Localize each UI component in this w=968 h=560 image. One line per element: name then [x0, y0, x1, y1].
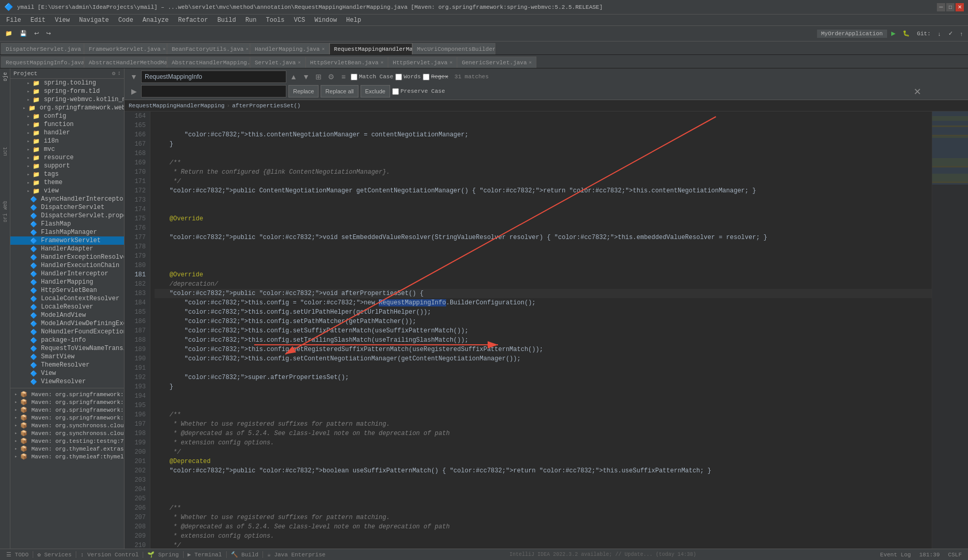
tree-item-smartview[interactable]: 🔷SmartView — [10, 353, 124, 361]
tree-item-localeresolver[interactable]: 🔷LocaleResolver — [10, 303, 124, 311]
maven-item[interactable]: ▸📦Maven: org.springframework:spring-webm… — [10, 414, 124, 422]
regex-label[interactable]: Regex — [423, 74, 448, 80]
menu-view[interactable]: View — [51, 16, 74, 25]
preserve-case-label[interactable]: Preserve Case — [392, 88, 445, 95]
replace-button[interactable]: Replace — [288, 85, 319, 97]
tree-item-org.springframework.web.servlet[interactable]: ▸📁org.springframework.web.servlet — [10, 104, 124, 112]
find-close-x-button[interactable]: ✕ — [914, 86, 921, 97]
menu-help[interactable]: Help — [342, 16, 365, 25]
breadcrumb-method[interactable]: afterPropertiesSet() — [232, 103, 300, 109]
maven-item[interactable]: ▸📦Maven: org.springframework:spring-webm… — [10, 398, 124, 406]
tree-item-dispatcherservlet.properties[interactable]: 🔷DispatcherServlet.properties — [10, 212, 124, 220]
tree-item-handlerexecutionchain[interactable]: 🔷HandlerExecutionChain — [10, 261, 124, 270]
tree-item-asynchandlerinterceptor[interactable]: 🔷AsyncHandlerInterceptor — [10, 195, 124, 203]
tree-item-flashmapmanager[interactable]: 🔷FlashMapManager — [10, 228, 124, 236]
tab-close-icon[interactable]: ✕ — [246, 46, 248, 52]
tree-item-modelandviewdefiningexception[interactable]: 🔷ModelAndViewDefiningException — [10, 319, 124, 328]
status-services[interactable]: ✿ Services — [33, 551, 76, 558]
menu-code[interactable]: Code — [114, 16, 137, 25]
close-button[interactable]: ✕ — [956, 3, 964, 11]
maven-item[interactable]: ▸📦Maven: org.springframework:spring-webm… — [10, 390, 124, 398]
tree-item-resource[interactable]: ▸📁resource — [10, 153, 124, 162]
replace-expand-icon[interactable]: ▶ — [129, 86, 139, 96]
maximize-button[interactable]: □ — [946, 3, 955, 11]
maven-item[interactable]: ▸📦Maven: org.testing:testng:7.3.0 — [10, 437, 124, 445]
favorites-icon[interactable]: Favorites — [1, 214, 9, 222]
search-input[interactable] — [141, 71, 286, 83]
menu-file[interactable]: File — [2, 16, 25, 25]
maven-item[interactable]: ▸📦Maven: org.springframework:spring-webm… — [10, 406, 124, 414]
match-case-label[interactable]: Match Case — [351, 74, 393, 80]
tab-close-icon[interactable]: ✕ — [450, 60, 452, 65]
tree-item-handlerinterceptor[interactable]: 🔷HandlerInterceptor — [10, 270, 124, 278]
words-checkbox[interactable] — [395, 74, 402, 80]
status-event-log[interactable]: Event Log — [876, 552, 915, 558]
tree-item-function[interactable]: ▸📁function — [10, 120, 124, 129]
tree-item-spring.tooling[interactable]: ▸📁spring.tooling — [10, 79, 124, 87]
find-filter-icon[interactable]: ⚙ — [326, 72, 336, 82]
toolbar-open[interactable]: 📁 — [2, 29, 16, 38]
exclude-button[interactable]: Exclude — [361, 85, 390, 97]
git-update[interactable]: ↓ — [935, 30, 944, 38]
tab-beanfactoryutils[interactable]: BeanFactoryUtils.java ✕ — [167, 43, 250, 54]
tree-item-requesttoviewnametranslator[interactable]: 🔷RequestToViewNameTranslator — [10, 344, 124, 353]
tree-item-handleradapter[interactable]: 🔷HandlerAdapter — [10, 245, 124, 253]
tab-httpservlet[interactable]: HttpServlet.java ✕ — [388, 57, 457, 68]
tree-item-themeresolver[interactable]: 🔷ThemeResolver — [10, 361, 124, 369]
preserve-case-checkbox[interactable] — [392, 88, 399, 95]
tab-requestmappinghandlermapping[interactable]: RequestMappingHandlerMapping.java ✕ — [329, 43, 412, 54]
window-controls[interactable]: ─ □ ✕ — [937, 3, 964, 11]
maven-item[interactable]: ▸📦Maven: org.thymeleaf.extras:thymeleaf-… — [10, 445, 124, 453]
run-button[interactable]: ▶ — [888, 29, 898, 38]
code-column[interactable]: "color:#cc7832;">this.contentNegotiation… — [150, 111, 932, 549]
tab-genericservlet[interactable]: GenericServlet.java ✕ — [457, 57, 536, 68]
tree-item-frameworkservlet[interactable]: 🔷FrameworkServlet — [10, 236, 124, 245]
tab-abstracthandlermapping[interactable]: AbstractHandlerMapping.java ✕ — [167, 57, 250, 68]
menu-analyze[interactable]: Analyze — [139, 16, 173, 25]
menu-vcs[interactable]: VCS — [290, 16, 310, 25]
tab-dispatcherservlet[interactable]: DispatcherServlet.java ✕ — [1, 43, 84, 54]
tab-servlet[interactable]: Servlet.java ✕ — [250, 57, 306, 68]
tree-item-localecontextresolver[interactable]: 🔷LocaleContextResolver — [10, 295, 124, 303]
tree-item-handlerexceptionresolver[interactable]: 🔷HandlerExceptionResolver — [10, 253, 124, 261]
tree-item-config[interactable]: ▸📁config — [10, 112, 124, 120]
tab-httpservletbean[interactable]: HttpServletBean.java ✕ — [306, 57, 388, 68]
maven-item[interactable]: ▸📦Maven: org.synchronoss.cloud:nio-multi… — [10, 422, 124, 429]
replace-all-button[interactable]: Replace all — [321, 85, 358, 97]
structure-icon[interactable]: Structure — [1, 147, 9, 156]
tree-item-modelandview[interactable]: 🔷ModelAndView — [10, 311, 124, 319]
git-push[interactable]: ↑ — [957, 30, 966, 38]
tree-item-flashmap[interactable]: 🔷FlashMap — [10, 220, 124, 228]
regex-checkbox[interactable] — [423, 74, 430, 80]
git-commit[interactable]: ✓ — [945, 29, 956, 38]
tree-item-tags[interactable]: ▸📁tags — [10, 170, 124, 178]
match-case-checkbox[interactable] — [351, 74, 357, 80]
toolbar-redo[interactable]: ↪ — [43, 29, 54, 38]
replace-input[interactable] — [141, 85, 286, 97]
menu-edit[interactable]: Edit — [26, 16, 50, 25]
tab-close-icon[interactable]: ✕ — [381, 60, 383, 65]
tree-item-mvc[interactable]: ▸📁mvc — [10, 145, 124, 153]
find-next-icon[interactable]: ▼ — [301, 72, 311, 82]
maven-item[interactable]: ▸📦Maven: org.synchronoss.cloud:nio-strea… — [10, 429, 124, 437]
tree-item-i18n[interactable]: ▸📁i18n — [10, 137, 124, 145]
minimap[interactable] — [932, 111, 968, 549]
tab-close-icon[interactable]: ✕ — [163, 46, 165, 52]
menu-tools[interactable]: Tools — [262, 16, 289, 25]
menu-build[interactable]: Build — [213, 16, 240, 25]
tree-item-spring-form.tld[interactable]: ▸📁spring-form.tld — [10, 87, 124, 95]
code-editor[interactable]: 1641651661671681691701711721731741751761… — [125, 111, 968, 549]
status-version-control[interactable]: ↕ Version Control — [76, 552, 143, 558]
run-config-dropdown[interactable]: MyOrderApplication — [817, 30, 887, 38]
tree-item-theme[interactable]: ▸📁theme — [10, 178, 124, 187]
project-settings-icon[interactable]: ⚙ — [112, 70, 116, 77]
tree-item-viewresolver[interactable]: 🔷ViewResolver — [10, 377, 124, 386]
breadcrumb-class[interactable]: RequestMappingHandlerMapping — [129, 103, 225, 109]
find-expand-icon[interactable]: ▼ — [129, 72, 139, 82]
status-spring[interactable]: 🌱 Spring — [143, 551, 183, 558]
project-collapse-icon[interactable]: ↕ — [117, 70, 121, 77]
toolbar-undo[interactable]: ↩ — [31, 29, 42, 38]
find-prev-icon[interactable]: ▲ — [288, 72, 299, 82]
tab-requestmappinginfo[interactable]: RequestMappingInfo.java ✕ — [1, 57, 84, 68]
tab-frameworkservlet[interactable]: FrameworkServlet.java ✕ — [84, 43, 167, 54]
